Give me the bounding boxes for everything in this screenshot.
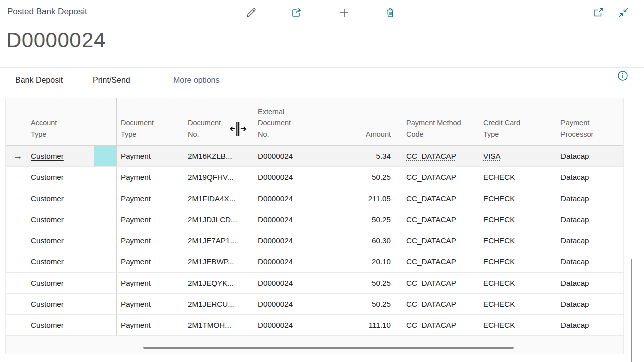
menu-more-options[interactable]: More options bbox=[173, 76, 220, 85]
cell-account-type[interactable]: Customer bbox=[30, 251, 94, 272]
cell-payment-method-code[interactable]: CC_DATACAP bbox=[392, 273, 478, 293]
cell-document-no[interactable]: 2M16KZLB... bbox=[184, 146, 254, 166]
cell-payment-method-code[interactable]: CC_DATACAP bbox=[392, 315, 478, 335]
table-row[interactable]: Customer Payment 2M1JEBWP... D0000024 20… bbox=[6, 251, 623, 273]
header-amount[interactable]: Amount bbox=[319, 98, 392, 145]
table-row[interactable]: Customer Payment 2M1JERCU... D0000024 50… bbox=[6, 294, 623, 315]
cell-credit-card-type[interactable]: ECHECK bbox=[478, 251, 554, 272]
cell-external-document-no[interactable]: D0000024 bbox=[254, 273, 319, 293]
table-row[interactable]: Customer Payment 2M19QFHV... D0000024 50… bbox=[6, 167, 623, 188]
cell-credit-card-type[interactable]: ECHECK bbox=[478, 209, 554, 230]
cell-document-type[interactable]: Payment bbox=[117, 273, 184, 293]
cell-payment-method-code[interactable]: CC_DATACAP bbox=[392, 230, 478, 251]
cell-document-type[interactable]: Payment bbox=[117, 294, 184, 314]
header-account-type[interactable]: Account Type bbox=[30, 98, 94, 145]
cell-credit-card-type[interactable]: ECHECK bbox=[478, 315, 554, 335]
cell-payment-processor[interactable]: Datacap bbox=[554, 230, 624, 251]
cell-external-document-no[interactable]: D0000024 bbox=[254, 167, 319, 188]
cell-document-type[interactable]: Payment bbox=[117, 188, 184, 209]
cell-account-type[interactable]: Customer bbox=[30, 230, 94, 251]
cell-external-document-no[interactable]: D0000024 bbox=[254, 209, 319, 230]
cell-amount[interactable]: 111.10 bbox=[319, 315, 392, 335]
cell-amount[interactable]: 60.30 bbox=[319, 230, 392, 251]
header-document-type[interactable]: Document Type bbox=[117, 98, 184, 145]
cell-account-type[interactable]: Customer bbox=[30, 167, 94, 188]
cell-payment-processor[interactable]: Datacap bbox=[554, 315, 624, 335]
table-row[interactable]: Customer Payment 2M1JE7AP1... D0000024 6… bbox=[6, 230, 623, 251]
cell-document-type[interactable]: Payment bbox=[117, 251, 184, 272]
table-row[interactable]: Customer Payment 2M1TMOH... D0000024 111… bbox=[6, 315, 623, 336]
cell-credit-card-type[interactable]: ECHECK bbox=[478, 188, 554, 209]
cell-account-type[interactable]: Customer bbox=[30, 315, 94, 335]
table-row[interactable]: Customer Payment 2M1JDJLCD... D0000024 5… bbox=[6, 209, 623, 230]
cell-external-document-no[interactable]: D0000024 bbox=[254, 230, 319, 251]
delete-button[interactable] bbox=[384, 6, 397, 19]
cell-account-type[interactable]: Customer bbox=[30, 273, 94, 293]
info-button[interactable] bbox=[616, 69, 629, 82]
cell-payment-method-code[interactable]: CC_DATACAP bbox=[392, 294, 478, 314]
cell-document-no[interactable]: 2M1TMOH... bbox=[184, 315, 254, 335]
cell-credit-card-type[interactable]: ECHECK bbox=[478, 273, 554, 293]
cell-credit-card-type[interactable]: ECHECK bbox=[478, 294, 554, 314]
cell-document-type[interactable]: Payment bbox=[117, 146, 184, 166]
cell-external-document-no[interactable]: D0000024 bbox=[254, 315, 319, 335]
cell-amount[interactable]: 50.25 bbox=[319, 294, 392, 314]
new-button[interactable] bbox=[338, 6, 351, 19]
exit-fullscreen-button[interactable] bbox=[617, 6, 630, 19]
header-payment-processor[interactable]: Payment Processor bbox=[554, 98, 624, 145]
cell-document-no[interactable]: 2M1JE7AP1... bbox=[184, 230, 254, 251]
cell-account-type[interactable]: Customer bbox=[30, 209, 94, 230]
cell-payment-processor[interactable]: Datacap bbox=[554, 188, 624, 209]
cell-document-no[interactable]: 2M1JEQYK... bbox=[184, 273, 254, 293]
cell-payment-processor[interactable]: Datacap bbox=[554, 209, 624, 230]
horizontal-scrollbar[interactable] bbox=[143, 347, 514, 349]
cell-amount[interactable]: 50.25 bbox=[319, 273, 392, 293]
cell-payment-processor[interactable]: Datacap bbox=[554, 167, 624, 188]
cell-payment-processor[interactable]: Datacap bbox=[554, 294, 624, 314]
vertical-scrollbar[interactable] bbox=[631, 259, 632, 362]
cell-document-type[interactable]: Payment bbox=[117, 209, 184, 230]
cell-document-no[interactable]: 2M1JERCU... bbox=[184, 294, 254, 314]
share-button[interactable] bbox=[290, 6, 303, 19]
edit-button[interactable] bbox=[245, 6, 258, 19]
cell-payment-processor[interactable]: Datacap bbox=[554, 251, 624, 272]
cell-document-type[interactable]: Payment bbox=[117, 315, 184, 335]
cell-external-document-no[interactable]: D0000024 bbox=[254, 294, 319, 314]
cell-payment-method-code[interactable]: CC_DATACAP bbox=[392, 146, 478, 166]
cell-credit-card-type[interactable]: ECHECK bbox=[478, 230, 554, 251]
table-row[interactable]: Customer Payment 2M1FIDA4X... D0000024 2… bbox=[6, 188, 623, 209]
cell-account-type[interactable]: Customer bbox=[30, 294, 94, 314]
cell-payment-processor[interactable]: Datacap bbox=[554, 146, 624, 166]
cell-payment-method-code[interactable]: CC_DATACAP bbox=[392, 251, 478, 272]
header-payment-method-code[interactable]: Payment Method Code bbox=[392, 98, 478, 145]
cell-external-document-no[interactable]: D0000024 bbox=[254, 251, 319, 272]
cell-document-no[interactable]: 2M1JDJLCD... bbox=[184, 209, 254, 230]
row-menu-button[interactable] bbox=[94, 146, 117, 166]
cell-document-no[interactable]: 2M19QFHV... bbox=[184, 167, 254, 188]
header-external-document-no[interactable]: External Document No. bbox=[254, 98, 319, 145]
header-credit-card-type[interactable]: Credit Card Type bbox=[478, 98, 554, 145]
cell-account-type[interactable]: Customer bbox=[30, 146, 94, 166]
cell-document-no[interactable]: 2M1JEBWP... bbox=[184, 251, 254, 272]
menu-bank-deposit[interactable]: Bank Deposit bbox=[15, 76, 63, 85]
cell-external-document-no[interactable]: D0000024 bbox=[254, 146, 319, 166]
table-row[interactable]: Customer Payment 2M1JEQYK... D0000024 50… bbox=[6, 273, 623, 294]
cell-document-no[interactable]: 2M1FIDA4X... bbox=[184, 188, 254, 209]
cell-amount[interactable]: 211.05 bbox=[319, 188, 392, 209]
cell-document-type[interactable]: Payment bbox=[117, 230, 184, 251]
cell-amount[interactable]: 5.34 bbox=[319, 146, 392, 166]
cell-amount[interactable]: 20.10 bbox=[319, 251, 392, 272]
cell-external-document-no[interactable]: D0000024 bbox=[254, 188, 319, 209]
cell-document-type[interactable]: Payment bbox=[117, 167, 184, 188]
cell-payment-method-code[interactable]: CC_DATACAP bbox=[392, 188, 478, 209]
table-row[interactable]: → Customer Payment 2M16KZLB... D0000024 … bbox=[6, 146, 623, 167]
cell-payment-method-code[interactable]: CC_DATACAP bbox=[392, 209, 478, 230]
cell-payment-method-code[interactable]: CC_DATACAP bbox=[392, 167, 478, 188]
cell-payment-processor[interactable]: Datacap bbox=[554, 273, 624, 293]
open-in-new-window-button[interactable] bbox=[592, 6, 605, 19]
menu-print-send[interactable]: Print/Send bbox=[93, 76, 130, 85]
cell-credit-card-type[interactable]: VISA bbox=[478, 146, 554, 166]
cell-account-type[interactable]: Customer bbox=[30, 188, 94, 209]
cell-amount[interactable]: 50.25 bbox=[319, 209, 392, 230]
cell-amount[interactable]: 50.25 bbox=[319, 167, 392, 188]
